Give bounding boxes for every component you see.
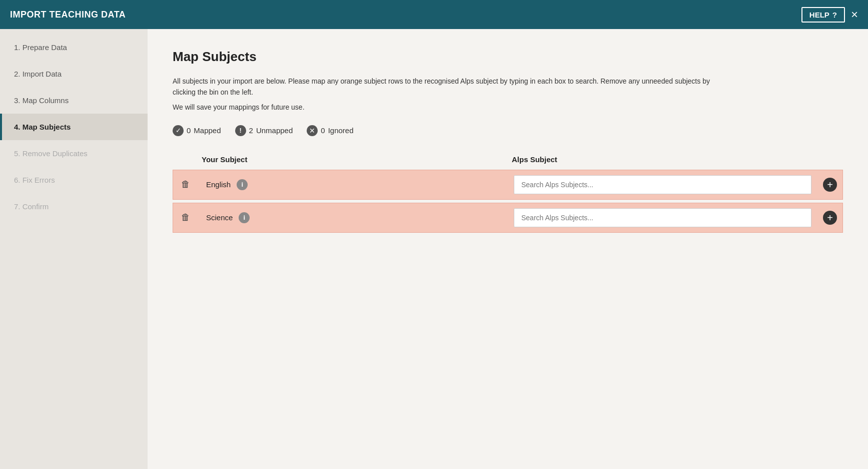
- table-row: 🗑 English i +: [173, 170, 843, 200]
- page-title: Map Subjects: [173, 49, 843, 65]
- help-label: HELP: [809, 11, 829, 19]
- table-header: Your Subject Alps Subject: [173, 151, 843, 168]
- ignored-icon: ✕: [307, 125, 318, 136]
- english-search-input[interactable]: [514, 175, 811, 194]
- mapped-label: Mapped: [194, 126, 221, 135]
- ignored-status: ✕ 0 Ignored: [307, 125, 353, 136]
- description-text: All subjects in your import are below. P…: [173, 76, 723, 98]
- subject-name-cell-science: Science i: [198, 206, 508, 229]
- ignored-label: Ignored: [328, 126, 354, 135]
- ignored-count: 0: [321, 126, 325, 135]
- subjects-table: 🗑 English i + 🗑: [173, 170, 843, 233]
- modal-header: IMPORT TEACHING DATA HELP ? ×: [0, 0, 868, 29]
- sub-description-text: We will save your mappings for future us…: [173, 103, 843, 111]
- mapped-check-icon: ✓: [173, 125, 184, 136]
- sidebar-item-remove-duplicates: 5. Remove Duplicates: [0, 140, 148, 167]
- status-row: ✓ 0 Mapped ! 2 Unmapped ✕ 0 Ignored: [173, 125, 843, 136]
- alps-subject-cell-science: [508, 203, 817, 232]
- modal-body: 1. Prepare Data 2. Import Data 3. Map Co…: [0, 29, 868, 469]
- english-info-icon: i: [237, 179, 248, 190]
- delete-science-button[interactable]: 🗑: [177, 208, 194, 227]
- sidebar-item-map-subjects[interactable]: 4. Map Subjects: [0, 114, 148, 140]
- delete-english-button[interactable]: 🗑: [177, 175, 194, 194]
- mapped-status: ✓ 0 Mapped: [173, 125, 221, 136]
- col-your-subject: Your Subject: [198, 155, 508, 164]
- modal-title: IMPORT TEACHING DATA: [10, 10, 126, 20]
- sidebar-item-fix-errors: 6. Fix Errors: [0, 167, 148, 193]
- close-icon: ×: [851, 8, 858, 21]
- col-alps-subject: Alps Subject: [508, 155, 818, 164]
- add-science-button[interactable]: +: [823, 211, 837, 225]
- add-cell-english: +: [817, 178, 842, 192]
- import-modal: IMPORT TEACHING DATA HELP ? × 1. Prepare…: [0, 0, 868, 469]
- delete-cell-english: 🗑: [173, 175, 198, 194]
- science-info-icon: i: [239, 212, 250, 223]
- sidebar-item-prepare-data[interactable]: 1. Prepare Data: [0, 34, 148, 61]
- add-english-button[interactable]: +: [823, 178, 837, 192]
- sidebar-item-map-columns[interactable]: 3. Map Columns: [0, 87, 148, 114]
- add-cell-science: +: [817, 211, 842, 225]
- help-icon: ?: [832, 11, 837, 19]
- sidebar-item-confirm: 7. Confirm: [0, 193, 148, 220]
- unmapped-warning-icon: !: [235, 125, 246, 136]
- alps-subject-cell-english: [508, 170, 817, 199]
- unmapped-status: ! 2 Unmapped: [235, 125, 293, 136]
- subject-name-cell-english: English i: [198, 173, 508, 196]
- delete-cell-science: 🗑: [173, 208, 198, 227]
- header-actions: HELP ? ×: [801, 7, 858, 23]
- science-search-input[interactable]: [514, 208, 811, 227]
- close-button[interactable]: ×: [851, 9, 858, 21]
- unmapped-count: 2: [249, 126, 253, 135]
- help-button[interactable]: HELP ?: [801, 7, 845, 23]
- unmapped-label: Unmapped: [256, 126, 293, 135]
- mapped-count: 0: [187, 126, 191, 135]
- science-subject-name: Science: [206, 213, 233, 222]
- sidebar-item-import-data[interactable]: 2. Import Data: [0, 61, 148, 87]
- main-content: Map Subjects All subjects in your import…: [148, 29, 868, 469]
- english-subject-name: English: [206, 180, 231, 189]
- sidebar: 1. Prepare Data 2. Import Data 3. Map Co…: [0, 29, 148, 469]
- table-row: 🗑 Science i +: [173, 203, 843, 233]
